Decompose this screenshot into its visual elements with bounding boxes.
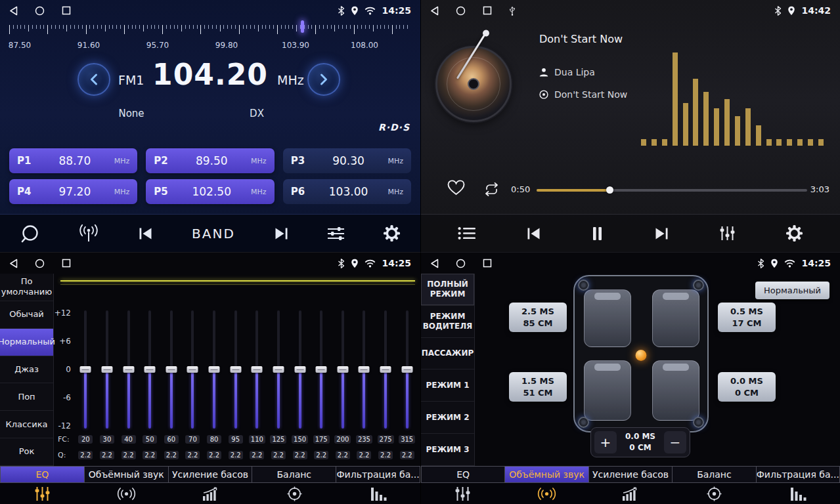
equalizer-button[interactable] — [719, 226, 736, 241]
sf-mode-2[interactable]: ПАССАЖИР — [421, 338, 474, 370]
favorite-button[interactable] — [447, 180, 465, 198]
back-button[interactable] — [9, 6, 18, 16]
eq-band-150[interactable] — [289, 308, 311, 431]
recents-button[interactable] — [62, 6, 71, 15]
seek-bar-thumb[interactable] — [606, 186, 613, 194]
next-track-button[interactable] — [653, 227, 670, 240]
eq-band-60[interactable] — [161, 308, 183, 431]
sf-mode-3[interactable]: РЕЖИМ 1 — [421, 369, 474, 402]
back-button[interactable] — [430, 6, 439, 16]
eq-preset-item-4[interactable]: Поп — [0, 383, 53, 411]
eq-slider-handle[interactable] — [80, 366, 91, 373]
eq-slider-handle[interactable] — [144, 366, 156, 373]
eq-band-20[interactable] — [75, 308, 97, 431]
home-button[interactable] — [456, 259, 466, 268]
audio-tab-3[interactable]: Баланс — [673, 466, 756, 483]
eq-slider-handle[interactable] — [166, 366, 177, 373]
eq-band-40[interactable] — [118, 308, 139, 431]
eq-icon[interactable] — [0, 486, 84, 501]
audio-tab-2[interactable]: Усиление басов — [589, 466, 673, 483]
next-station-button[interactable] — [273, 227, 290, 240]
profile-button[interactable]: Нормальный — [755, 282, 829, 299]
preset-button-p2[interactable]: P289.50MHz — [146, 148, 274, 173]
eq-preset-item-6[interactable]: Рок — [0, 438, 53, 466]
band-button[interactable]: BAND — [192, 226, 235, 242]
eq-slider-handle[interactable] — [316, 366, 327, 373]
eq-slider-handle[interactable] — [187, 366, 198, 373]
eq-slider-handle[interactable] — [230, 366, 241, 373]
preset-button-p6[interactable]: P6103.00MHz — [283, 179, 411, 204]
balance-icon[interactable] — [252, 486, 336, 501]
delay-decrease-button[interactable]: − — [664, 431, 686, 453]
tune-down-button[interactable] — [77, 63, 110, 96]
seek-bar[interactable] — [537, 189, 807, 192]
previous-track-button[interactable] — [525, 227, 542, 240]
bass-icon[interactable] — [168, 487, 252, 501]
eq-band-70[interactable] — [182, 308, 204, 431]
eq-preset-item-5[interactable]: Классика — [0, 411, 53, 438]
audio-tab-1[interactable]: Объёмный звук — [505, 466, 588, 483]
eq-band-50[interactable] — [139, 308, 161, 431]
audio-tab-3[interactable]: Баланс — [252, 466, 336, 483]
eq-preset-item-2[interactable]: Нормальный — [0, 329, 53, 356]
preset-button-p3[interactable]: P390.30MHz — [283, 148, 411, 173]
eq-slider-handle[interactable] — [273, 366, 284, 373]
filter-icon[interactable] — [756, 487, 840, 501]
eq-band-235[interactable] — [353, 308, 375, 431]
listening-position-marker[interactable] — [636, 350, 647, 361]
eq-band-315[interactable] — [396, 308, 418, 431]
frequency-dial[interactable] — [9, 25, 409, 35]
eq-band-200[interactable] — [332, 308, 354, 431]
eq-slider-handle[interactable] — [209, 366, 220, 373]
preset-button-p5[interactable]: P5102.50MHz — [146, 179, 274, 204]
playlist-button[interactable] — [458, 226, 475, 240]
eq-slider-handle[interactable] — [337, 366, 348, 373]
recents-button[interactable] — [483, 259, 492, 268]
audio-tab-4[interactable]: Фильтрация ба... — [757, 466, 840, 483]
audio-tab-4[interactable]: Фильтрация ба... — [336, 466, 420, 483]
scan-button[interactable] — [20, 224, 39, 243]
sf-mode-5[interactable]: РЕЖИМ 3 — [421, 434, 474, 466]
eq-preset-item-3[interactable]: Джаз — [0, 356, 53, 384]
eq-band-95[interactable] — [225, 308, 246, 431]
eq-slider-handle[interactable] — [123, 366, 134, 373]
eq-slider-handle[interactable] — [252, 366, 263, 373]
eq-band-110[interactable] — [246, 308, 268, 431]
recents-button[interactable] — [62, 259, 71, 268]
eq-band-30[interactable] — [97, 308, 118, 431]
eq-slider-handle[interactable] — [359, 366, 370, 373]
preset-button-p4[interactable]: P497.20MHz — [9, 179, 137, 204]
eq-preset-item-0[interactable]: По умолчанию — [0, 274, 53, 301]
audio-tab-1[interactable]: Объёмный звук — [85, 466, 169, 483]
delay-rear-right[interactable]: 0.0 MS 0 CM — [718, 372, 776, 402]
eq-band-175[interactable] — [311, 308, 332, 431]
settings-button[interactable] — [785, 224, 803, 242]
audio-tab-2[interactable]: Усиление басов — [169, 466, 253, 483]
surround-icon[interactable] — [505, 487, 589, 501]
eq-band-125[interactable] — [268, 308, 290, 431]
eq-preset-item-1[interactable]: Обычай — [0, 301, 53, 329]
sf-mode-4[interactable]: РЕЖИМ 2 — [421, 402, 474, 434]
delay-increase-button[interactable]: + — [594, 431, 617, 453]
home-button[interactable] — [456, 6, 466, 16]
tune-up-button[interactable] — [307, 63, 340, 96]
auto-search-button[interactable] — [77, 224, 100, 242]
audio-settings-button[interactable] — [327, 226, 345, 241]
recents-button[interactable] — [483, 6, 492, 15]
sf-mode-1[interactable]: РЕЖИМ ВОДИТЕЛЯ — [421, 306, 474, 338]
audio-tab-0[interactable]: EQ — [421, 466, 505, 483]
preset-button-p1[interactable]: P188.70MHz — [9, 148, 137, 173]
eq-slider-handle[interactable] — [294, 366, 305, 373]
eq-slider-handle[interactable] — [401, 366, 412, 373]
eq-band-80[interactable] — [204, 308, 225, 431]
eq-band-275[interactable] — [375, 308, 397, 431]
bass-icon[interactable] — [588, 487, 673, 501]
home-button[interactable] — [35, 259, 45, 268]
surround-icon[interactable] — [84, 487, 168, 501]
delay-front-right[interactable]: 0.5 MS 17 CM — [718, 303, 776, 332]
home-button[interactable] — [35, 6, 45, 16]
previous-station-button[interactable] — [137, 227, 154, 240]
back-button[interactable] — [430, 259, 439, 268]
dial-pointer[interactable] — [301, 20, 304, 33]
balance-icon[interactable] — [673, 486, 757, 501]
